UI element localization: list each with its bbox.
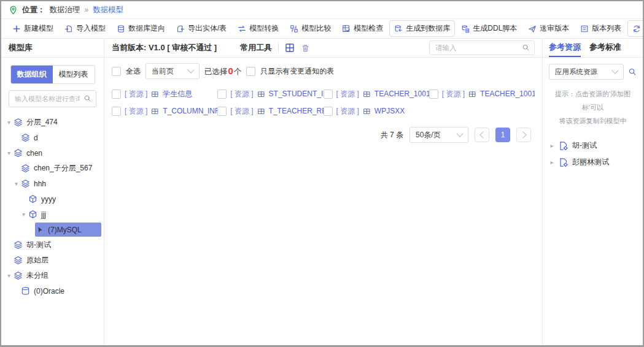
send-icon (528, 25, 537, 33)
generate-ddl-button[interactable]: 生成DDL脚本 (456, 20, 522, 37)
tree-item-ungrouped[interactable]: ▾ 未分组 (1, 268, 104, 283)
search-icon[interactable] (522, 44, 530, 51)
tree-item-label: (7)MySQL (48, 226, 82, 234)
tab-data-organization[interactable]: 数据组织 (11, 66, 53, 83)
resource-checkbox[interactable] (112, 90, 121, 99)
tree-item-oracle[interactable]: (0)Oracle (1, 283, 104, 299)
tree-item-d[interactable]: d (1, 130, 104, 145)
resource-checkbox[interactable] (324, 107, 333, 116)
caret-down-icon[interactable]: ▾ (5, 272, 13, 279)
tree-item-jjj[interactable]: ▾ jjj (1, 207, 104, 222)
resource-item: [ 资源 ] T_COLUMN_INFO (112, 104, 217, 118)
model-check-button[interactable]: 模型检查 (337, 20, 388, 37)
tree-item-mysql-selected[interactable]: (7)MySQL (1, 222, 104, 237)
table-search-input[interactable] (429, 40, 535, 55)
resource-tag: [ 资源 ] (336, 106, 359, 116)
toolbar-label: 导入模型 (76, 23, 106, 34)
tree-item-label: d (34, 134, 38, 142)
resource-link[interactable]: TEACHER_10012 (480, 90, 535, 98)
export-entity-button[interactable]: 导出实体/表 (171, 20, 231, 37)
change-button[interactable]: 变更 (627, 20, 644, 37)
caret-down-icon[interactable]: ▾ (20, 211, 28, 218)
page-scope-select[interactable]: 当前页 (145, 63, 200, 79)
chevron-down-icon (187, 66, 194, 73)
doc-gear-icon (559, 158, 568, 167)
common-tools-label: 常用工具 (240, 42, 272, 53)
transform-icon (238, 25, 246, 33)
generate-to-db-button[interactable]: 生成到数据库 (389, 20, 455, 37)
tree-item-label: 分层_474 (26, 117, 58, 128)
breadcrumb-item-governance[interactable]: 数据治理 (50, 5, 80, 15)
layers-icon (21, 179, 30, 188)
tree-item-original-layer[interactable]: 原始层 (1, 253, 104, 268)
layers-icon (14, 118, 23, 127)
resource-checkbox[interactable] (112, 107, 121, 116)
layers-icon (14, 271, 23, 280)
tree-item-label: (0)Oracle (34, 287, 64, 296)
model-transform-button[interactable]: 模型转换 (233, 20, 284, 37)
tab-model-list[interactable]: 模型列表 (53, 66, 95, 83)
tree-item-layer-474[interactable]: ▾ 分层_474 (1, 115, 104, 130)
submit-version-button[interactable]: 送审版本 (523, 20, 574, 37)
resource-link[interactable]: TEACHER_10011 (374, 90, 429, 98)
version-list-button[interactable]: 版本列表 (575, 20, 626, 37)
model-check-icon (342, 25, 351, 33)
caret-right-icon[interactable]: ▸ (549, 159, 555, 166)
import-model-button[interactable]: 导入模型 (60, 20, 111, 37)
resource-checkbox[interactable] (429, 90, 438, 99)
resource-table-icon (151, 90, 159, 98)
tree-item-chen-sublayer-567[interactable]: chen_子分层_567 (1, 161, 104, 176)
layers-icon (21, 164, 30, 173)
breadcrumb-separator: » (85, 6, 89, 14)
tree-item-chen[interactable]: ▾ chen (1, 145, 104, 161)
table-grid-icon[interactable] (285, 43, 295, 53)
breadcrumb-item-data-model[interactable]: 数据模型 (93, 5, 123, 15)
reference-tree-item-hu-test[interactable]: ▸ 胡-测试 (549, 137, 637, 154)
hint-line-1: 提示：点击资源的'添加图标'可以 (549, 87, 637, 114)
resource-link[interactable]: ST_STUDENT_INFO (269, 90, 324, 98)
tab-reference-standards[interactable]: 参考标准 (589, 39, 621, 57)
export-icon (176, 25, 185, 33)
resource-link[interactable]: T_TEACHER_RESEARCH (269, 107, 324, 115)
tree-item-label: chen (26, 149, 42, 158)
caret-down-icon[interactable]: ▾ (5, 119, 13, 126)
search-icon[interactable] (628, 67, 637, 76)
toolbar-label: 模型检查 (354, 23, 383, 34)
tree-item-label: chen_子分层_567 (34, 163, 92, 174)
page-number-button[interactable]: 1 (495, 128, 510, 142)
trash-icon[interactable] (301, 44, 310, 53)
db-reverse-button[interactable]: 数据库逆向 (112, 20, 170, 37)
main-content: 当前版本: V1.0 [ 审核不通过 ] 常用工具 全选 当前页 已选择0 (104, 39, 542, 347)
search-icon[interactable] (83, 94, 91, 102)
caret-down-icon[interactable]: ▾ (5, 150, 13, 156)
reference-tree-item-penglilin-test[interactable]: ▸ 彭丽林测试 (549, 154, 637, 170)
reference-panel-body: 应用系统资源 提示：点击资源的'添加图标'可以 将该资源复制到模型中 ▸ 胡-测… (543, 58, 643, 170)
toolbar-label: 版本列表 (592, 23, 621, 34)
resource-checkbox[interactable] (217, 90, 227, 99)
select-all-checkbox[interactable] (112, 67, 121, 76)
caret-right-icon[interactable]: ▸ (549, 142, 555, 149)
layers-icon (14, 148, 23, 158)
resource-checkbox[interactable] (217, 107, 227, 116)
caret-down-icon[interactable]: ▾ (12, 180, 20, 187)
resource-link[interactable]: T_COLUMN_INFO (163, 107, 217, 115)
prev-page-button[interactable] (475, 128, 489, 142)
resource-checkbox[interactable] (324, 90, 333, 99)
next-page-button[interactable] (516, 128, 531, 142)
resource-link[interactable]: 学生信息 (163, 89, 192, 99)
page-size-select[interactable]: 50条/页 (409, 127, 468, 143)
resource-link[interactable]: WPJSXX (374, 107, 405, 115)
change-notice-checkbox[interactable] (246, 67, 255, 76)
tree-item-hu-test[interactable]: 胡-测试 (1, 237, 104, 253)
tree-item-hhh[interactable]: ▾ hhh (1, 176, 104, 191)
reference-panel: 参考资源 参考标准 应用系统资源 提示：点击资源的'添加图标'可以 将该资源复制… (542, 39, 643, 347)
generate-db-icon (394, 25, 403, 33)
tree-item-label: 胡-测试 (572, 140, 597, 151)
tab-reference-resources[interactable]: 参考资源 (549, 39, 581, 57)
resource-type-select[interactable]: 应用系统资源 (549, 64, 624, 80)
new-model-button[interactable]: 新建模型 (7, 20, 58, 37)
model-library-sidebar: 模型库 数据组织 模型列表 ▾ 分层_474 d (1, 39, 104, 347)
tree-item-yyyy[interactable]: yyyy (1, 191, 104, 207)
breadcrumb: 位置： 数据治理 » 数据模型 (1, 1, 643, 19)
model-compare-button[interactable]: 模型比较 (285, 20, 336, 37)
